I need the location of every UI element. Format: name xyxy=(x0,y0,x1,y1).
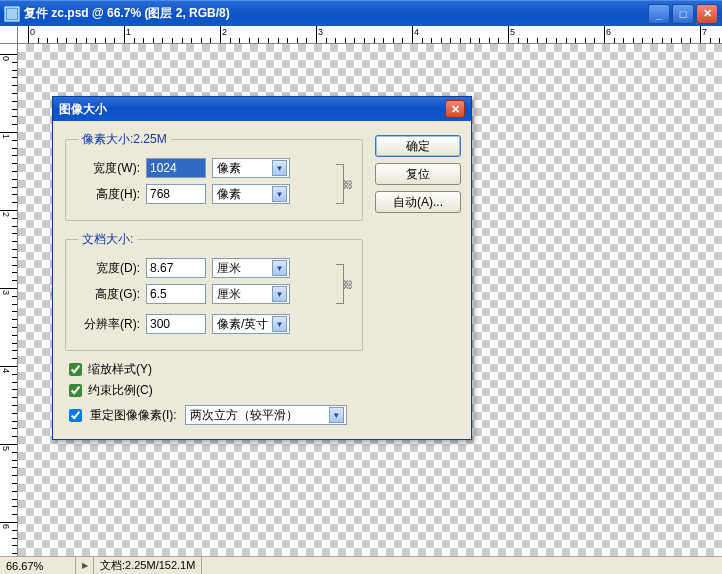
doc-width-unit-combo[interactable]: 厘米 ▼ xyxy=(212,258,290,278)
height-h-label: 高度(H): xyxy=(78,186,140,203)
resample-method-value: 两次立方（较平滑） xyxy=(190,407,298,424)
document-size-group: 文档大小: 宽度(D): 厘米 ▼ 高度(G): xyxy=(65,231,363,351)
pixel-width-input[interactable] xyxy=(146,158,206,178)
constrain-proportions-label: 约束比例(C) xyxy=(88,382,153,399)
status-menu-arrow[interactable]: ▶ xyxy=(76,557,94,574)
minimize-button[interactable]: _ xyxy=(648,4,670,24)
dialog-titlebar[interactable]: 图像大小 ✕ xyxy=(53,97,471,121)
chevron-down-icon: ▼ xyxy=(272,186,287,202)
app-icon xyxy=(4,6,20,22)
main-titlebar: 复件 zc.psd @ 66.7% (图层 2, RGB/8) _ □ ✕ xyxy=(0,0,722,26)
constrain-proportions-checkbox[interactable] xyxy=(69,384,82,397)
chevron-down-icon: ▼ xyxy=(272,260,287,276)
width-w-label: 宽度(W): xyxy=(78,160,140,177)
image-size-dialog: 图像大小 ✕ 像素大小:2.25M 宽度(W): 像素 ▼ xyxy=(52,96,472,440)
pixel-height-input[interactable] xyxy=(146,184,206,204)
doc-height-input[interactable] xyxy=(146,284,206,304)
ruler-vertical[interactable]: 0123456 xyxy=(0,44,18,556)
statusbar: 66.67% ▶ 文档:2.25M/152.1M xyxy=(0,556,722,574)
scale-styles-label: 缩放样式(Y) xyxy=(88,361,152,378)
link-bracket-icon: ⛓ xyxy=(336,164,344,204)
pixel-width-unit-value: 像素 xyxy=(217,160,241,177)
window-title: 复件 zc.psd @ 66.7% (图层 2, RGB/8) xyxy=(24,5,648,22)
ruler-horizontal[interactable]: 01234567 xyxy=(18,26,722,44)
dialog-body: 像素大小:2.25M 宽度(W): 像素 ▼ 高度(H): xyxy=(53,121,471,439)
window-buttons: _ □ ✕ xyxy=(648,4,718,24)
resample-method-combo[interactable]: 两次立方（较平滑） ▼ xyxy=(185,405,347,425)
pixel-height-unit-value: 像素 xyxy=(217,186,241,203)
dialog-close-button[interactable]: ✕ xyxy=(445,100,465,118)
document-size-legend: 文档大小: xyxy=(78,231,137,248)
svg-rect-1 xyxy=(7,9,17,19)
chevron-down-icon: ▼ xyxy=(272,160,287,176)
height-g-label: 高度(G): xyxy=(78,286,140,303)
link-bracket-icon: ⛓ xyxy=(336,264,344,304)
doc-width-unit-value: 厘米 xyxy=(217,260,241,277)
resolution-unit-combo[interactable]: 像素/英寸 ▼ xyxy=(212,314,290,334)
pixel-height-unit-combo[interactable]: 像素 ▼ xyxy=(212,184,290,204)
reset-button[interactable]: 复位 xyxy=(375,163,461,185)
resample-label: 重定图像像素(I): xyxy=(90,407,177,424)
width-d-label: 宽度(D): xyxy=(78,260,140,277)
resample-checkbox[interactable] xyxy=(69,409,82,422)
close-button[interactable]: ✕ xyxy=(696,4,718,24)
doc-width-input[interactable] xyxy=(146,258,206,278)
auto-button[interactable]: 自动(A)... xyxy=(375,191,461,213)
pixel-width-unit-combo[interactable]: 像素 ▼ xyxy=(212,158,290,178)
doc-height-unit-value: 厘米 xyxy=(217,286,241,303)
resolution-unit-value: 像素/英寸 xyxy=(217,316,268,333)
dialog-title: 图像大小 xyxy=(59,101,445,118)
chain-icon: ⛓ xyxy=(343,279,353,290)
scale-styles-checkbox[interactable] xyxy=(69,363,82,376)
resolution-r-label: 分辨率(R): xyxy=(78,316,140,333)
resolution-input[interactable] xyxy=(146,314,206,334)
chain-icon: ⛓ xyxy=(343,179,353,190)
maximize-button[interactable]: □ xyxy=(672,4,694,24)
ruler-corner xyxy=(0,26,18,44)
chevron-down-icon: ▼ xyxy=(329,407,344,423)
pixel-dimensions-legend: 像素大小:2.25M xyxy=(78,131,171,148)
pixel-dimensions-group: 像素大小:2.25M 宽度(W): 像素 ▼ 高度(H): xyxy=(65,131,363,221)
chevron-down-icon: ▼ xyxy=(272,316,287,332)
document-size[interactable]: 文档:2.25M/152.1M xyxy=(94,557,202,574)
ok-button[interactable]: 确定 xyxy=(375,135,461,157)
doc-height-unit-combo[interactable]: 厘米 ▼ xyxy=(212,284,290,304)
zoom-field[interactable]: 66.67% xyxy=(0,557,76,574)
chevron-down-icon: ▼ xyxy=(272,286,287,302)
